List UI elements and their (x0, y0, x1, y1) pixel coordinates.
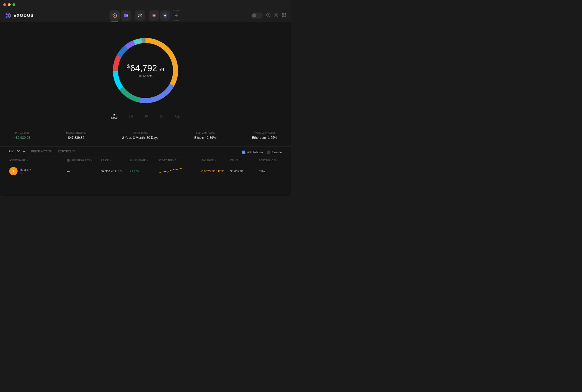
col-header-value[interactable]: VALUE ⇕ (230, 159, 259, 162)
trend-sparkline-btc (158, 167, 182, 174)
stat-age-value: 2 Year, 3 Month, 30 Days (122, 136, 158, 140)
stat-age-label: Portfolio Age (122, 131, 158, 134)
timeline-now-dot (113, 114, 116, 116)
history-icon[interactable] (266, 13, 271, 18)
nav-divider-1 (133, 12, 133, 19)
nav-right (251, 12, 286, 18)
dollar-sign: $ (127, 63, 130, 69)
apps-icon[interactable] (282, 13, 286, 18)
navbar: EXODUS (0, 9, 291, 22)
timeline-6m[interactable]: 6M (144, 115, 148, 118)
nav-companion-btn[interactable] (149, 10, 159, 20)
asset-info-btc: Bitcoin BTC (9, 167, 66, 175)
stats-row: 24h Change +$2,930.03 Highest Balance $4… (0, 124, 291, 146)
asset-name-btc: Bitcoin (20, 168, 31, 172)
nav-exchange-btn[interactable] (135, 10, 145, 20)
timeline-all-label: ALL (175, 115, 180, 118)
table-filters: With balance Favorite (242, 150, 282, 154)
donut-chart: $64,792.59 10 Assets (106, 31, 185, 110)
asset-text-btc: Bitcoin BTC (20, 168, 31, 174)
timeline-6m-label: 6M (144, 115, 148, 118)
filter-balance-check (242, 150, 246, 154)
value-btc: $5,637.91 (230, 170, 259, 173)
sort-price-icon: ⇕ (110, 159, 112, 162)
titlebar (0, 0, 291, 9)
nav-center (110, 10, 181, 20)
asset-icon-btc (9, 167, 18, 175)
balance-btc: 0.60205315 BTC (202, 170, 230, 173)
stat-worst-value: Ethereum -1,25% (252, 136, 277, 140)
svg-point-4 (127, 16, 128, 16)
filter-favorite[interactable]: Favorite (267, 150, 282, 154)
stat-best-asset: Best 24H Asset Bitcoin +2.89% (194, 131, 216, 140)
col-header-balance[interactable]: BALANCE ⇕ (202, 159, 230, 162)
timeline-1m-label: 1M (129, 115, 133, 118)
portfolio-btc: 33% (259, 170, 282, 173)
settings-icon[interactable] (274, 13, 278, 18)
logo: EXODUS (5, 12, 34, 19)
nav-portfolio-btn[interactable] (110, 10, 120, 20)
sort-balance-icon: ⇕ (214, 159, 216, 162)
table-row[interactable]: Bitcoin BTC — $9,364.48 USD +7.14% 0.602… (5, 164, 286, 178)
stat-24h-change-value: +$2,930.03 (14, 136, 30, 140)
col-header-24h[interactable]: 24H CHANGE ⇕ (130, 159, 158, 162)
change-btc: +7.14% (130, 170, 158, 173)
stat-worst-asset: Worst 24H Asset Ethereum -1,25% (252, 131, 277, 140)
timeline-1m[interactable]: 1M (129, 115, 133, 118)
stat-best-value: Bitcoin +2.89% (194, 136, 216, 140)
nav-wallet-btn[interactable] (121, 10, 131, 20)
svg-rect-12 (282, 16, 284, 17)
tab-price-action[interactable]: PRICE ACTION (31, 150, 52, 156)
minimize-button[interactable] (8, 3, 11, 6)
total-cents: .59 (157, 66, 164, 72)
svg-rect-13 (284, 16, 286, 17)
chart-section: $64,792.59 10 Assets NOW 1M 6M 1Y ALL (0, 22, 291, 124)
col-header-apy[interactable]: ? APY REWARDS ⇕ (66, 159, 101, 162)
nav-protect-btn[interactable] (160, 10, 170, 20)
sort-asset-icon: ⇕ (26, 159, 28, 162)
maximize-button[interactable] (12, 3, 15, 6)
table-tabs: OVERVIEW PRICE ACTION PORTFOLIO With bal… (5, 146, 286, 156)
stat-highest-value: $47,839.82 (66, 136, 86, 140)
trend-btc (158, 167, 202, 175)
stat-highest-balance: Highest Balance $47,839.82 (66, 131, 86, 140)
assets-count: 10 Assets (127, 74, 164, 78)
total-amount: 64,792 (130, 63, 157, 73)
svg-point-1 (114, 15, 116, 16)
col-header-trend: 30 DAY TREND (158, 159, 202, 162)
nav-add-btn[interactable] (171, 10, 181, 20)
stat-best-label: Best 24H Asset (194, 131, 216, 134)
sort-value-icon: ⇕ (239, 159, 241, 162)
filter-with-balance[interactable]: With balance (242, 150, 263, 154)
stat-worst-label: Worst 24H Asset (252, 131, 277, 134)
filter-balance-label: With balance (247, 151, 263, 154)
apy-btc: — (66, 170, 101, 173)
logo-text: EXODUS (14, 13, 34, 18)
lock-toggle[interactable] (251, 12, 263, 18)
svg-rect-11 (284, 13, 286, 14)
sort-portfolio-icon: ⇕ (277, 159, 279, 162)
stat-highest-label: Highest Balance (66, 131, 86, 134)
filter-favorite-check (267, 150, 270, 154)
sort-24h-icon: ⇕ (147, 159, 148, 162)
tab-portfolio[interactable]: PORTFOLIO (58, 150, 75, 156)
timeline-1y-label: 1Y (160, 115, 163, 118)
table-section: OVERVIEW PRICE ACTION PORTFOLIO With bal… (0, 146, 291, 178)
col-header-price[interactable]: PRICE ⇕ (101, 159, 130, 162)
timeline-1y[interactable]: 1Y (160, 115, 163, 118)
stat-24h-change-label: 24h Change (14, 131, 30, 134)
timeline-now[interactable]: NOW (111, 114, 118, 120)
svg-point-9 (276, 14, 277, 16)
tab-overview[interactable]: OVERVIEW (9, 150, 26, 156)
logo-icon (5, 12, 11, 19)
donut-center: $64,792.59 10 Assets (127, 63, 164, 78)
timeline: NOW 1M 6M 1Y ALL (111, 114, 180, 120)
timeline-all[interactable]: ALL (175, 115, 180, 118)
close-button[interactable] (3, 3, 6, 6)
portfolio-total: $64,792.59 (127, 63, 164, 73)
col-header-asset-name[interactable]: ASSET NAME ⇕ (9, 159, 66, 162)
filter-favorite-label: Favorite (272, 151, 282, 154)
svg-point-7 (154, 15, 155, 16)
price-btc: $9,364.48 USD (101, 170, 130, 173)
col-header-portfolio[interactable]: PORTFOLIO % ⇕ (259, 159, 282, 162)
